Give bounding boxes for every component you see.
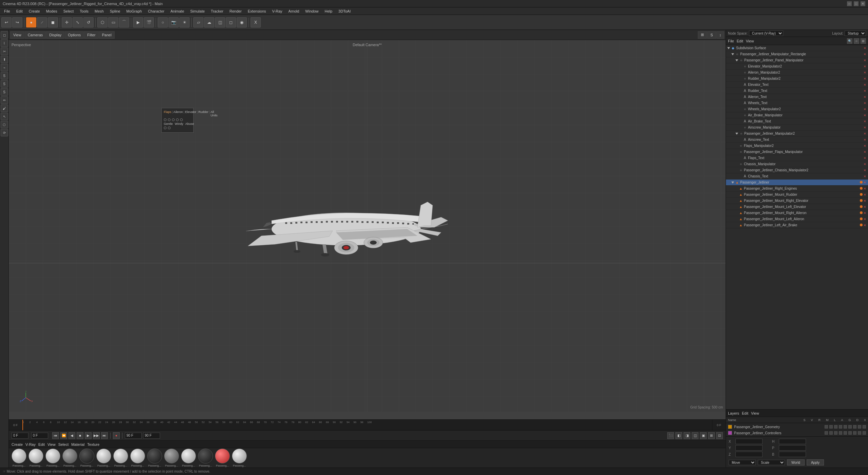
material-tab-select[interactable]: Select bbox=[58, 442, 69, 446]
floor-button[interactable]: ▱ bbox=[193, 17, 203, 27]
tool-selection[interactable]: ↖ bbox=[1, 113, 8, 120]
obj-list-item-10[interactable]: ○Wheels_Manipulator2✕ bbox=[726, 106, 868, 112]
material-swatch-12[interactable]: Passeng... bbox=[215, 449, 230, 467]
obj-x-button-12[interactable]: ✕ bbox=[863, 120, 867, 123]
minimize-button[interactable]: ─ bbox=[847, 1, 852, 6]
menu-simulate[interactable]: Simulate bbox=[188, 8, 208, 14]
popup-circle-4[interactable] bbox=[176, 118, 179, 121]
rect-selection-button[interactable]: ▭ bbox=[108, 17, 118, 27]
obj-x-button-5[interactable]: ✕ bbox=[863, 77, 867, 80]
layer-flag-0-0[interactable] bbox=[825, 425, 828, 429]
layout-dropdown[interactable]: Startup bbox=[845, 31, 866, 36]
layer-flag-0-2[interactable] bbox=[834, 425, 837, 429]
record-button[interactable]: ● bbox=[113, 432, 120, 439]
point-mode-button[interactable]: ● bbox=[26, 17, 36, 27]
obj-list-item-1[interactable]: ○Passenger_Jetliner_Manipulator_Rectangl… bbox=[726, 51, 868, 57]
sky-button[interactable]: ☁ bbox=[204, 17, 214, 27]
popup-tab-flaps[interactable]: Flaps bbox=[164, 110, 171, 117]
obj-x-button-18[interactable]: ✕ bbox=[863, 156, 867, 160]
coord-world-button[interactable]: World bbox=[787, 459, 805, 466]
playback-mode-2[interactable]: ◧ bbox=[675, 432, 682, 439]
menu-tools[interactable]: Tools bbox=[77, 8, 91, 14]
coord-move-dropdown[interactable]: Move bbox=[729, 460, 756, 465]
prev-key-button[interactable]: ⏪ bbox=[60, 432, 67, 439]
obj-expand-icon-1[interactable] bbox=[731, 53, 734, 55]
obj-x-button-11[interactable]: ✕ bbox=[863, 114, 867, 117]
playback-mode-4[interactable]: ◫ bbox=[692, 432, 698, 439]
material-swatch-6[interactable]: Passeng... bbox=[113, 449, 128, 467]
menu-window[interactable]: Window bbox=[302, 8, 321, 14]
obj-dot-orange-28[interactable] bbox=[860, 217, 863, 220]
layer-flag-0-3[interactable] bbox=[839, 425, 842, 429]
obj-dot-orange-22[interactable] bbox=[860, 181, 863, 184]
obj-x-button-1[interactable]: ✕ bbox=[863, 53, 867, 56]
obj-list-item-29[interactable]: ▲Passenger_Jetliner_Left_Air_Brake✕ bbox=[726, 222, 868, 228]
obj-dot-orange-25[interactable] bbox=[860, 199, 863, 202]
material-tab-edit[interactable]: Edit bbox=[38, 442, 45, 446]
environment-button[interactable]: ◉ bbox=[237, 17, 247, 27]
layer-flag-1-2[interactable] bbox=[834, 431, 837, 435]
undo-button[interactable]: ↩ bbox=[1, 17, 12, 27]
obj-tab-edit[interactable]: Edit bbox=[737, 39, 743, 43]
obj-list-item-7[interactable]: ARudder_Text✕ bbox=[726, 88, 868, 94]
obj-x-button-26[interactable]: ✕ bbox=[863, 205, 867, 209]
obj-dot-orange-26[interactable] bbox=[860, 205, 863, 208]
obj-list-item-15[interactable]: AAirscrew_Text✕ bbox=[726, 137, 868, 143]
obj-list-item-12[interactable]: AAir_Brake_Text✕ bbox=[726, 118, 868, 125]
material-swatch-10[interactable]: Passeng... bbox=[181, 449, 196, 467]
menu-render[interactable]: Render bbox=[227, 8, 244, 14]
tool-s2[interactable]: S bbox=[1, 80, 8, 88]
menu-character[interactable]: Character bbox=[145, 8, 167, 14]
material-swatch-3[interactable]: Passeng... bbox=[62, 449, 77, 467]
material-swatch-7[interactable]: Passeng... bbox=[130, 449, 145, 467]
menu-animate[interactable]: Animate bbox=[168, 8, 187, 14]
material-swatch-0[interactable]: Passeng... bbox=[12, 449, 26, 467]
current-frame-field[interactable]: 0 F bbox=[12, 433, 28, 439]
layer-flag-1-3[interactable] bbox=[839, 431, 842, 435]
obj-expand-icon-22[interactable] bbox=[731, 182, 734, 184]
menu-extensions[interactable]: Extensions bbox=[245, 8, 269, 14]
obj-x-button-21[interactable]: ✕ bbox=[863, 175, 867, 178]
close-button[interactable]: ✕ bbox=[861, 1, 865, 6]
obj-x-button-27[interactable]: ✕ bbox=[863, 211, 867, 215]
obj-list-item-9[interactable]: AWheels_Text✕ bbox=[726, 100, 868, 106]
obj-list-item-28[interactable]: ▲Passenger_Jetliner_Mount_Left_Aileron✕ bbox=[726, 216, 868, 222]
obj-x-button-14[interactable]: ✕ bbox=[863, 132, 867, 135]
obj-x-button-3[interactable]: ✕ bbox=[863, 65, 867, 68]
cameras-tab[interactable]: Cameras bbox=[25, 31, 46, 39]
material-tab-create[interactable]: Create bbox=[12, 442, 23, 446]
coord-apply-button[interactable]: Apply bbox=[807, 459, 824, 466]
tags-icon-button[interactable]: ⊞ bbox=[861, 38, 866, 44]
obj-x-button-4[interactable]: ✕ bbox=[863, 71, 867, 74]
render-button[interactable]: ▶ bbox=[133, 17, 143, 27]
layer-row-0[interactable]: Passenger_Jetliner_Geometry bbox=[726, 424, 868, 430]
menu-select[interactable]: Select bbox=[61, 8, 77, 14]
material-swatch-11[interactable]: Passeng... bbox=[198, 449, 213, 467]
menu-mograph[interactable]: MoGraph bbox=[124, 8, 145, 14]
xpresso-button[interactable]: X bbox=[251, 17, 261, 27]
goto-start-button[interactable]: ⏮ bbox=[52, 432, 59, 439]
obj-tab-view[interactable]: View bbox=[746, 39, 754, 43]
tool-smooth[interactable]: ⌇ bbox=[1, 39, 8, 47]
live-selection-button[interactable]: ⬡ bbox=[97, 17, 107, 27]
obj-list-item-5[interactable]: ○Rudder_Manipulator2✕ bbox=[726, 76, 868, 82]
tool-polygon[interactable]: ⬡ bbox=[1, 121, 8, 128]
coord-h-input[interactable] bbox=[779, 439, 806, 444]
tool-paint[interactable]: 🖌 bbox=[1, 104, 8, 112]
obj-list-item-11[interactable]: ○Air_Brake_Manipulator✕ bbox=[726, 112, 868, 118]
material-swatch-4[interactable]: Passeng... bbox=[79, 449, 94, 467]
material-swatch-1[interactable]: Passeng... bbox=[28, 449, 43, 467]
material-tab-texture[interactable]: Texture bbox=[87, 442, 99, 446]
obj-expand-icon-2[interactable] bbox=[735, 59, 738, 61]
camera-button[interactable]: 📷 bbox=[169, 17, 179, 27]
obj-list-item-3[interactable]: ○Elevator_Manipulator2✕ bbox=[726, 63, 868, 70]
material-swatch-13[interactable]: Passeng... bbox=[232, 449, 247, 467]
play-button[interactable]: ▶ bbox=[85, 432, 92, 439]
viewport-solo[interactable]: S bbox=[707, 31, 716, 39]
obj-list-item-26[interactable]: ▲Passenger_Jetliner_Mount_Left_Elevator✕ bbox=[726, 204, 868, 210]
menu-file[interactable]: File bbox=[1, 8, 13, 14]
obj-x-button-22[interactable]: ✕ bbox=[863, 181, 867, 184]
popup-tab-ailerons[interactable]: Aileron bbox=[173, 110, 183, 117]
obj-x-button-29[interactable]: ✕ bbox=[863, 224, 867, 227]
obj-list-item-23[interactable]: ▲Passenger_Jetliner_Right_Engines✕ bbox=[726, 186, 868, 192]
